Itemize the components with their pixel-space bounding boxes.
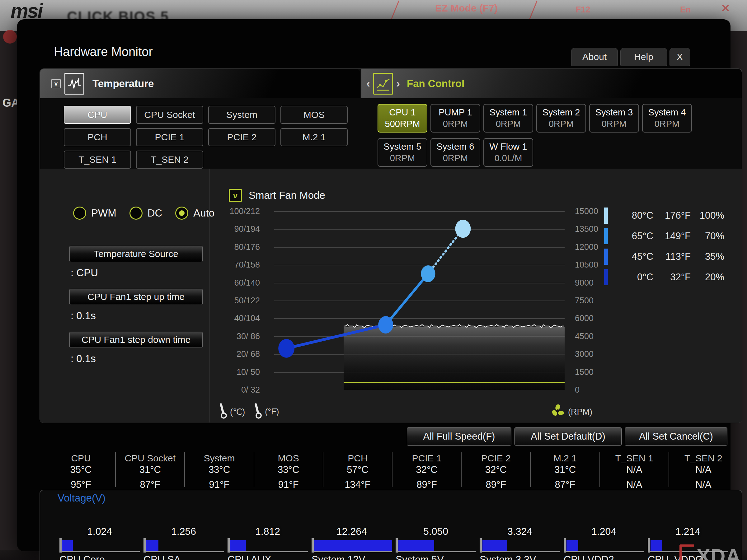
temp-table-fahrenheit: 91°F — [209, 479, 230, 490]
ez-mode-button[interactable]: EZ Mode (F7) — [435, 2, 498, 14]
fan-button-pump-1[interactable]: PUMP 10RPM — [431, 104, 480, 133]
temp-table-name: PCIE 2 — [481, 453, 511, 463]
voltage-gauge-baseline — [480, 551, 560, 552]
fan-button-label: PUMP 1 — [439, 107, 472, 117]
fan-curve-point-4[interactable] — [455, 220, 471, 238]
legend-color-bar — [604, 228, 608, 244]
fan-button-w-flow-1[interactable]: W Flow 10.0L/M — [483, 138, 533, 167]
about-button[interactable]: About — [571, 48, 618, 66]
voltage-value: 1.256 — [144, 526, 224, 537]
fan-next-arrow-icon[interactable]: › — [396, 77, 400, 90]
close-button[interactable]: X — [670, 48, 690, 66]
temp-sensor-button-pcie-1[interactable]: PCIE 1 — [136, 128, 203, 146]
screenshot-hotkey-label[interactable]: F12 — [576, 5, 590, 15]
temp-axis-tick: 40/104 — [234, 314, 260, 323]
fan-button-system-5[interactable]: System 50RPM — [378, 138, 427, 167]
action-button-all-set-default-d-[interactable]: All Set Default(D) — [515, 427, 622, 446]
fan-button-system-3[interactable]: System 30RPM — [589, 104, 639, 133]
thermometer-fahrenheit-icon — [252, 402, 264, 422]
voltage-value: 3.324 — [480, 526, 560, 537]
temp-axis-tick: 60/140 — [234, 278, 260, 288]
setting-value-temperature-source: : CPU — [71, 267, 203, 281]
temp-sensor-button-system[interactable]: System — [208, 106, 276, 124]
fan-button-system-1[interactable]: System 10RPM — [483, 104, 533, 133]
fan-button-label: W Flow 1 — [490, 141, 527, 152]
fan-button-label: System 6 — [437, 141, 474, 152]
smart-fan-mode-checkbox[interactable]: v — [229, 189, 242, 202]
fan-button-value: 0RPM — [654, 119, 680, 129]
fan-prev-arrow-icon[interactable]: ‹ — [366, 77, 370, 90]
fan-button-system-4[interactable]: System 40RPM — [642, 104, 692, 133]
setting-button-temperature-source[interactable]: Temperature Source — [70, 246, 203, 262]
temp-sensor-button-t-sen-1[interactable]: T_SEN 1 — [64, 151, 131, 169]
temp-table-cell-cpu-socket: CPU Socket31°C87°F — [116, 452, 185, 487]
radio-dot-pwm — [77, 210, 82, 216]
fan-button-label: System 5 — [384, 141, 421, 152]
legend-temp-f: 32°F — [653, 272, 691, 283]
fan-type-radio-dc[interactable] — [129, 207, 143, 220]
legend-row: 45°C113°F35% — [604, 246, 726, 267]
rpm-axis-tick: 0 — [575, 385, 579, 395]
voltage-name: CPU VDD2 — [564, 554, 614, 560]
voltage-gauge-system-3-3v: 3.324System 3.3V — [480, 521, 560, 560]
temp-table-cell-pcie-2: PCIE 232°C89°F — [462, 452, 531, 487]
temperature-axis: 100/21290/19480/17670/15860/14050/12240/… — [209, 211, 267, 390]
ez-mode-tab-edge-right — [529, 1, 538, 19]
fan-button-system-2[interactable]: System 20RPM — [536, 104, 586, 133]
temp-table-fahrenheit: N/A — [695, 479, 712, 490]
radio-dot-auto — [179, 210, 185, 216]
setting-button-cpu-fan1-step-down-time[interactable]: CPU Fan1 step down time — [70, 331, 203, 348]
fan-curve-point-1[interactable] — [278, 339, 294, 358]
help-button[interactable]: Help — [620, 48, 667, 66]
setting-button-cpu-fan1-step-up-time[interactable]: CPU Fan1 step up time — [70, 289, 203, 305]
fan-button-value: 0RPM — [390, 153, 415, 163]
fan-curve-point-2[interactable] — [378, 316, 393, 334]
fan-type-radio-pwm[interactable] — [73, 207, 86, 220]
fan-button-cpu-1[interactable]: CPU 1500RPM — [378, 104, 427, 133]
voltage-gauge-baseline — [228, 551, 308, 552]
temp-sensor-button-cpu-socket[interactable]: CPU Socket — [136, 106, 203, 124]
fan-type-radio-auto[interactable] — [175, 207, 188, 220]
voltage-bar — [398, 540, 434, 551]
temp-table-name: CPU Socket — [125, 453, 176, 463]
voltage-value: 5.050 — [395, 526, 476, 537]
temp-sensor-button-pcie-2[interactable]: PCIE 2 — [208, 128, 276, 146]
temp-sensor-button-pch[interactable]: PCH — [64, 128, 131, 146]
temp-table-celsius: 32°C — [485, 464, 507, 475]
fan-control-section-title: Fan Control — [407, 78, 464, 89]
temp-table-name: M.2 1 — [553, 453, 577, 463]
temp-table-celsius: 33°C — [278, 464, 299, 475]
legend-color-bar — [604, 248, 608, 265]
voltage-value: 1.024 — [59, 526, 140, 537]
action-button-all-set-cancel-c-[interactable]: All Set Cancel(C) — [625, 427, 727, 446]
voltage-gauge-tick — [648, 538, 650, 553]
rpm-axis-tick: 3000 — [575, 349, 594, 359]
temp-table-celsius: N/A — [626, 464, 642, 475]
temp-sensor-button-cpu[interactable]: CPU — [64, 106, 131, 124]
voltage-gauge-cpu-core: 1.024CPU Core — [59, 521, 140, 560]
language-button[interactable]: En — [680, 5, 691, 15]
fan-button-value: 500RPM — [385, 119, 420, 129]
fan-curve-plot[interactable] — [274, 211, 565, 390]
fan-button-label: CPU 1 — [389, 107, 415, 117]
rpm-axis-tick: 4500 — [575, 331, 594, 341]
action-button-all-full-speed-f-[interactable]: All Full Speed(F) — [407, 427, 511, 446]
temp-axis-tick: 100/212 — [229, 207, 260, 216]
voltage-gauge-tick — [395, 538, 398, 553]
bios-close-icon[interactable]: ✕ — [721, 2, 730, 15]
rpm-axis-tick: 10500 — [575, 260, 598, 270]
temp-sensor-button-m-2-1[interactable]: M.2 1 — [280, 128, 348, 146]
fan-curve-point-3[interactable] — [421, 265, 435, 282]
temperature-collapse-checkbox[interactable]: v — [51, 79, 61, 88]
temp-axis-tick: 50/122 — [234, 296, 260, 305]
axis-unit-right: (RPM) — [551, 404, 592, 420]
voltage-gauges: 1.024CPU Core1.256CPU SA1.812CPU AUX12.2… — [59, 521, 732, 560]
hardware-monitor-dialog: Hardware Monitor About Help X v Temperat… — [17, 19, 730, 551]
temp-table-name: PCIE 1 — [412, 453, 442, 463]
temp-sensor-button-t-sen-2[interactable]: T_SEN 2 — [136, 151, 203, 169]
voltage-name: System 3.3V — [480, 554, 536, 560]
fan-button-system-6[interactable]: System 60RPM — [431, 138, 480, 167]
legend-row: 65°C149°F70% — [604, 226, 726, 246]
fahrenheit-unit-label: (°F) — [265, 407, 279, 417]
temp-sensor-button-mos[interactable]: MOS — [280, 106, 348, 124]
